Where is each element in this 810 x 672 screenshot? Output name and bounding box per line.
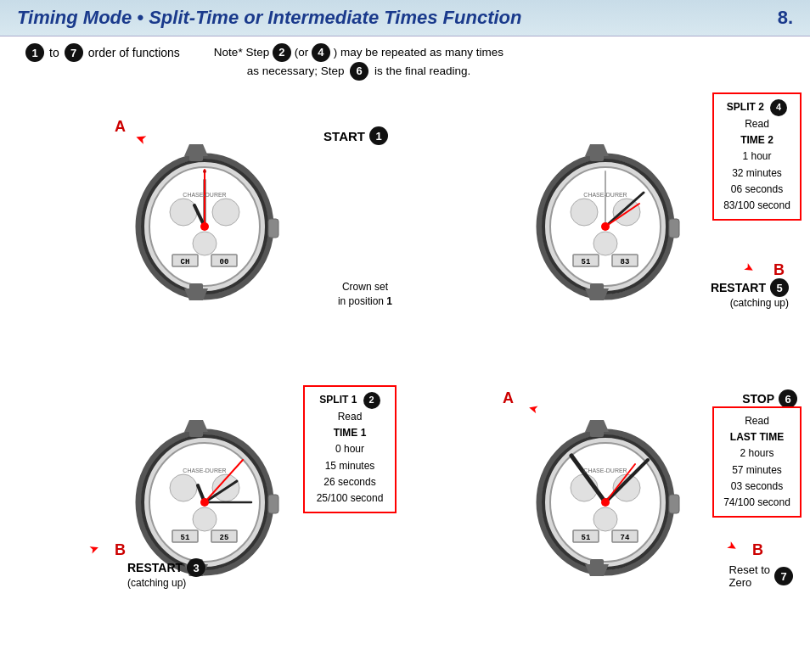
intro-note-line2: as necessary; Step 6 is the final readin… xyxy=(214,62,503,81)
arrow-b-watch3: ➤ xyxy=(87,540,102,556)
split2-hundredths: 83/100 second xyxy=(723,198,791,214)
marker-b-watch3: B xyxy=(115,541,126,559)
split2-time-label: TIME 2 xyxy=(723,132,791,148)
svg-text:CHASE-DURER: CHASE-DURER xyxy=(183,468,226,473)
svg-rect-31 xyxy=(669,219,679,238)
svg-marker-7 xyxy=(184,144,208,156)
split1-hundredths: 25/100 second xyxy=(313,490,386,507)
svg-text:CH: CH xyxy=(181,258,190,266)
watch-4-svg: 51 74 CHASE-DURER xyxy=(520,405,690,591)
svg-text:51: 51 xyxy=(181,534,190,542)
split1-minutes: 15 minutes xyxy=(313,458,386,474)
split1-title: SPLIT 1 2 xyxy=(313,392,386,409)
svg-point-18 xyxy=(200,222,209,231)
svg-text:74: 74 xyxy=(621,534,630,542)
restart5-text: RESTART xyxy=(711,281,766,294)
split1-hours: 0 hour xyxy=(313,441,386,457)
badge-1: 1 xyxy=(25,43,44,62)
restart5-sublabel: (catching up) xyxy=(711,297,789,309)
lasttime-hundredths: 74/100 second xyxy=(723,495,791,511)
restart3-text: RESTART xyxy=(127,561,183,574)
intro-left: 1 to 7 order of functions xyxy=(25,43,180,62)
svg-point-80 xyxy=(601,498,610,507)
arrow-b-watch2: ➤ xyxy=(742,260,757,277)
svg-text:CHASE-DURER: CHASE-DURER xyxy=(583,192,627,198)
svg-rect-72 xyxy=(669,495,679,513)
marker-b-watch2: B xyxy=(773,261,785,279)
split1-seconds: 26 seconds xyxy=(313,474,386,490)
start-label: START 1 xyxy=(323,126,388,145)
split2-box: SPLIT 2 4 Read TIME 2 1 hour 32 minutes … xyxy=(712,92,802,221)
svg-point-5 xyxy=(193,232,217,255)
split2-title: SPLIT 2 4 xyxy=(723,99,791,116)
watch-2-svg: 51 83 CHASE-DURER xyxy=(520,129,690,316)
arrow-b-watch4: ➤ xyxy=(725,538,740,555)
page: Timing Mode • Split-Time or Intermediate… xyxy=(0,0,810,672)
svg-point-39 xyxy=(601,222,610,231)
watch-1-svg: CH 00 CHASE-DURER xyxy=(120,129,290,316)
svg-text:00: 00 xyxy=(220,258,229,266)
lasttime-seconds: 03 seconds xyxy=(723,479,791,495)
intro-right: Note* Step 2 (or 4 ) may be repeated as … xyxy=(214,43,503,81)
last-time-box: Read LAST TIME 2 hours 57 minutes 03 sec… xyxy=(712,406,802,518)
svg-text:51: 51 xyxy=(582,258,591,266)
intro-suffix: order of functions xyxy=(88,46,180,59)
lasttime-read: Read xyxy=(723,413,791,429)
crown-label: Crown setin position 1 xyxy=(338,280,392,309)
badge-7: 7 xyxy=(774,567,793,585)
stop-text: STOP xyxy=(742,392,774,406)
badge-6-intro: 6 xyxy=(350,62,368,81)
badge-4: 4 xyxy=(770,99,787,116)
svg-point-60 xyxy=(200,498,209,507)
quadrant-3: 51 25 CHASE-DURER SPLIT 1 2 xyxy=(4,360,405,636)
quadrant-4: 51 74 CHASE-DURER A ➤ STOP 6 Read xyxy=(405,360,806,636)
reset-text: Reset toZero xyxy=(729,563,770,589)
svg-text:83: 83 xyxy=(621,258,630,266)
svg-marker-69 xyxy=(585,420,609,432)
badge-2-intro: 2 xyxy=(273,43,291,62)
start-text: START xyxy=(323,129,365,143)
split1-read: Read xyxy=(313,409,386,425)
restart3-sublabel: (catching up) xyxy=(127,577,205,589)
svg-text:25: 25 xyxy=(220,534,229,542)
svg-point-44 xyxy=(170,474,197,501)
main-grid: CH 00 CHASE-DURER A ➤ xyxy=(0,84,810,636)
lasttime-label: LAST TIME xyxy=(723,429,791,445)
badge-2: 2 xyxy=(363,392,380,409)
marker-b-watch4: B xyxy=(752,541,763,559)
intro-to: to xyxy=(49,46,59,59)
svg-point-26 xyxy=(593,232,617,255)
split2-hours: 1 hour xyxy=(723,148,791,165)
intro-note-line1: Note* Step 2 (or 4 ) may be repeated as … xyxy=(214,43,503,62)
badge-5: 5 xyxy=(770,278,789,297)
split2-seconds: 06 seconds xyxy=(723,182,791,198)
split2-minutes: 32 minutes xyxy=(723,165,791,182)
badge-3: 3 xyxy=(187,558,205,577)
svg-text:51: 51 xyxy=(582,534,591,542)
page-title: Timing Mode • Split-Time or Intermediate… xyxy=(17,7,521,29)
quadrant-2: 51 83 CHASE-DURER SPLIT 2 4 Read TIM xyxy=(405,84,806,360)
svg-marker-28 xyxy=(585,144,609,156)
badge-6: 6 xyxy=(779,389,797,408)
quadrant-1: CH 00 CHASE-DURER A ➤ xyxy=(4,84,405,360)
badge-4-intro: 4 xyxy=(312,43,330,62)
svg-text:CHASE-DURER: CHASE-DURER xyxy=(583,468,627,473)
page-number: 8. xyxy=(778,7,793,29)
svg-point-3 xyxy=(170,199,197,226)
reset-label: Reset toZero 7 xyxy=(729,563,793,589)
lasttime-hours: 2 hours xyxy=(723,445,791,462)
header: Timing Mode • Split-Time or Intermediate… xyxy=(0,0,810,36)
svg-marker-48 xyxy=(184,420,208,432)
svg-point-67 xyxy=(593,507,617,531)
restart5-label: RESTART 5 (catching up) xyxy=(711,278,789,309)
lasttime-minutes: 57 minutes xyxy=(723,462,791,479)
marker-a-watch4: A xyxy=(503,389,514,407)
marker-a-watch1: A xyxy=(115,118,126,136)
split2-read: Read xyxy=(723,116,791,132)
svg-point-4 xyxy=(212,199,239,226)
badge-7-intro: 7 xyxy=(65,43,83,62)
svg-point-19 xyxy=(203,170,206,173)
svg-rect-51 xyxy=(268,495,278,513)
split1-time-label: TIME 1 xyxy=(313,425,386,441)
stop-label: STOP 6 xyxy=(742,389,797,408)
